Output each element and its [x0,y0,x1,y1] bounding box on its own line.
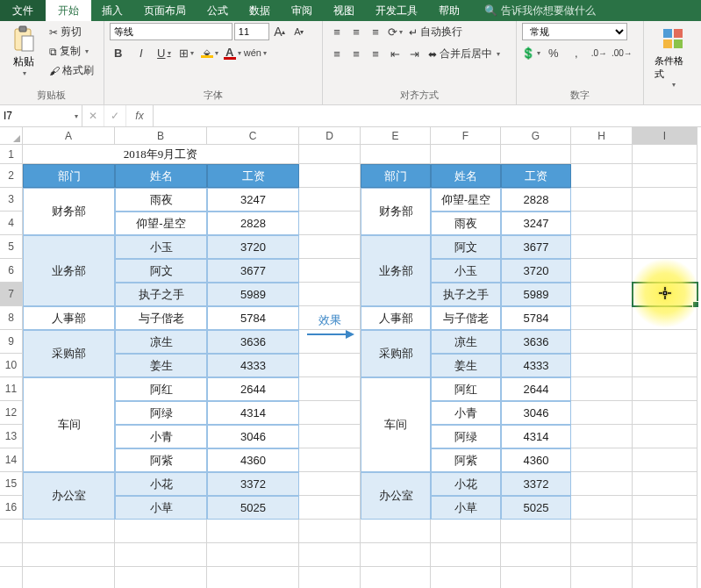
cell-A11[interactable]: 车间 [23,377,115,472]
cell-H12[interactable] [571,401,633,425]
row-header-8[interactable]: 8 [0,306,23,330]
row-header-1[interactable]: 1 [0,145,23,164]
spreadsheet-grid[interactable]: ABCDEFGHI 12345678910111213141516 2018年9… [0,127,701,588]
cell-D14[interactable] [299,448,361,472]
cell-C12[interactable]: 4314 [207,401,299,425]
cell-C16[interactable]: 5025 [207,496,299,520]
cell-Gx16[interactable] [501,520,571,543]
row-header-4[interactable]: 4 [0,212,23,235]
cell-C4[interactable]: 2828 [207,212,299,235]
cell-D16[interactable] [299,496,361,520]
cell-Ex17[interactable] [361,543,431,567]
row-header-16[interactable]: 16 [0,496,23,520]
cell-B13[interactable]: 小青 [115,425,207,448]
cell-H9[interactable] [571,330,633,354]
cell-C11[interactable]: 2644 [207,377,299,401]
italic-button[interactable]: I [132,44,150,61]
row-header-14[interactable]: 14 [0,448,23,472]
col-header-E[interactable]: E [361,127,431,145]
cut-button[interactable]: ✂剪切 [46,23,97,41]
cell-C10[interactable]: 4333 [207,354,299,377]
cell-C5[interactable]: 3720 [207,235,299,259]
cell-Ex16[interactable] [361,520,431,543]
cell-F14[interactable]: 阿紫 [431,448,501,472]
cell-D8[interactable]: 效果 [299,303,361,350]
cell-Bx17[interactable] [115,543,207,567]
cell-E3[interactable]: 财务部 [361,188,431,235]
cell-D2[interactable] [299,164,361,188]
cell-B11[interactable]: 阿红 [115,377,207,401]
cell-Ax18[interactable] [23,567,115,588]
cell-Fx16[interactable] [431,520,501,543]
paste-button[interactable]: 粘贴 ▾ [5,23,42,77]
cell-F8[interactable]: 与子偕老 [431,306,501,330]
cell-F13[interactable]: 阿绿 [431,425,501,448]
cell-Gx18[interactable] [501,567,571,588]
formula-input[interactable] [154,105,701,126]
cell-F12[interactable]: 小青 [431,401,501,425]
cell-A5[interactable]: 业务部 [23,235,115,306]
cell-D6[interactable] [299,259,361,283]
cell-Bx16[interactable] [115,520,207,543]
cell-Ix17[interactable] [633,543,697,567]
cell-F3[interactable]: 仰望-星空 [431,188,501,212]
bold-button[interactable]: B [110,44,127,61]
cell-C14[interactable]: 4360 [207,448,299,472]
cell-B5[interactable]: 小玉 [115,235,207,259]
cell-F11[interactable]: 阿红 [431,377,501,401]
cell-D11[interactable] [299,377,361,401]
cell-C2[interactable]: 工资 [207,164,299,188]
cell-D12[interactable] [299,401,361,425]
col-header-D[interactable]: D [299,127,361,145]
cell-I14[interactable] [633,448,697,472]
cell-Gx17[interactable] [501,543,571,567]
cell-C8[interactable]: 5784 [207,306,299,330]
name-box[interactable]: I7▾ [0,105,82,126]
cell-G3[interactable]: 2828 [501,188,571,212]
cell-H10[interactable] [571,354,633,377]
row-header-7[interactable]: 7 [0,283,23,306]
cell-E11[interactable]: 车间 [361,377,431,472]
cell-D4[interactable] [299,212,361,235]
cell-Ix16[interactable] [633,520,697,543]
row-header-15[interactable]: 15 [0,472,23,496]
fill-color-button[interactable]: ⬙▾ [201,44,218,61]
row-header-5[interactable]: 5 [0,235,23,259]
format-painter-button[interactable]: 🖌格式刷 [46,61,97,80]
cell-B6[interactable]: 阿文 [115,259,207,283]
cell-H6[interactable] [571,259,633,283]
cell-I4[interactable] [633,212,697,235]
cell-I3[interactable] [633,188,697,212]
cell-C6[interactable]: 3677 [207,259,299,283]
cell-Hx18[interactable] [571,567,633,588]
cell-H14[interactable] [571,448,633,472]
cell-D13[interactable] [299,425,361,448]
tab-review[interactable]: 审阅 [281,0,323,21]
cell-I5[interactable] [633,235,697,259]
col-header-H[interactable]: H [571,127,633,145]
cell-A15[interactable]: 办公室 [23,472,115,520]
col-header-F[interactable]: F [431,127,501,145]
cell-G4[interactable]: 3247 [501,212,571,235]
row-header-11[interactable]: 11 [0,377,23,401]
decrease-decimal-button[interactable]: .00→ [613,44,631,61]
align-right-button[interactable]: ≡ [367,46,384,63]
cell-G9[interactable]: 3636 [501,330,571,354]
cell-F2[interactable]: 姓名 [431,164,501,188]
row-header-12[interactable]: 12 [0,401,23,425]
cell-I9[interactable] [633,330,697,354]
select-all-corner[interactable] [0,127,23,145]
fx-button[interactable]: fx [126,105,154,126]
cell-A8[interactable]: 人事部 [23,306,115,330]
cell-B12[interactable]: 阿绿 [115,401,207,425]
conditional-format-button[interactable]: 条件格式▾ [655,23,691,89]
col-header-A[interactable]: A [23,127,115,145]
align-bottom-button[interactable]: ≡ [367,24,384,41]
cell-G10[interactable]: 4333 [501,354,571,377]
cell-Dx16[interactable] [299,520,361,543]
cell-B3[interactable]: 雨夜 [115,188,207,212]
cell-H5[interactable] [571,235,633,259]
percent-button[interactable]: % [545,44,562,61]
cell-F9[interactable]: 凉生 [431,330,501,354]
cell-I16[interactable] [633,496,697,520]
